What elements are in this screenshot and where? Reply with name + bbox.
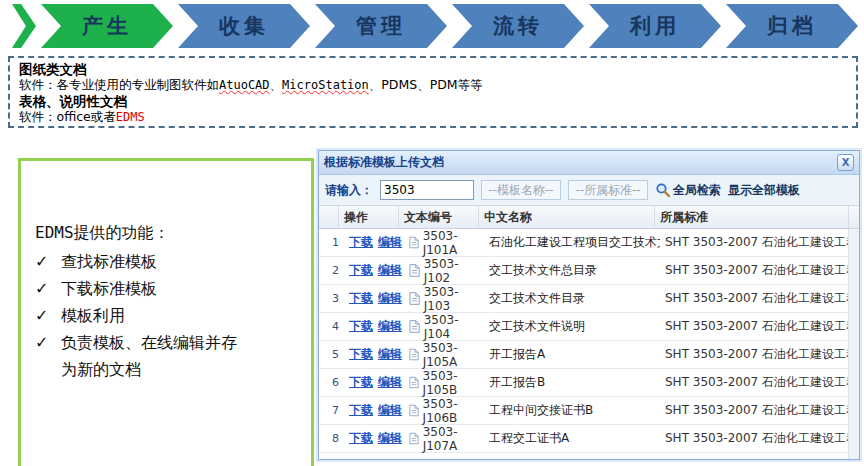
doc-chinese-name: 工程交工证书A (484, 430, 660, 447)
download-link[interactable]: 下载 (349, 290, 373, 307)
download-link[interactable]: 下载 (349, 234, 373, 251)
check-icon: ✓ (35, 302, 61, 329)
document-icon (409, 348, 419, 361)
item-text: 模板利用 (61, 302, 125, 329)
table-row: 2下载编辑3503-J102交工技术文件总目录SHT 3503-2007 石油化… (319, 257, 848, 285)
document-types-box: 图纸类文档 软件：各专业使用的专业制图软件如AtuoCAD、MicroStati… (8, 56, 858, 128)
document-icon (409, 404, 419, 417)
row-actions: 下载编辑 (344, 234, 404, 251)
drawings-software-line: 软件：各专业使用的专业制图软件如AtuoCAD、MicroStation、PDM… (19, 77, 847, 93)
software-name-microstation: MicroStation (282, 78, 369, 92)
standard-filter-dropdown[interactable]: --所属标准-- (568, 180, 648, 200)
table-rows: 1下载编辑3503-J101A石油化工建设工程项目交工技术文件封面ASHT 35… (319, 229, 848, 459)
doc-code-cell: 3503-J106B (404, 397, 484, 425)
doc-standard: SHT 3503-2007 石油化工建设工程项目交工... (660, 234, 848, 251)
scrollbar-track[interactable] (848, 229, 859, 459)
download-link[interactable]: 下载 (349, 346, 373, 363)
table-row: 1下载编辑3503-J101A石油化工建设工程项目交工技术文件封面ASHT 35… (319, 229, 848, 257)
doc-chinese-name: 开工报告B (484, 374, 660, 391)
process-step-manage: 管理 (315, 4, 447, 48)
edit-link[interactable]: 编辑 (378, 290, 402, 307)
table-row: 5下载编辑3503-J105A开工报告ASHT 3503-2007 石油化工建设… (319, 341, 848, 369)
download-link[interactable]: 下载 (349, 402, 373, 419)
check-icon: ✓ (35, 275, 61, 302)
header-chinese-name: 中文名称 (479, 206, 655, 228)
doc-standard: SHT 3503-2007 石油化工建设工程项目交工... (660, 346, 848, 363)
window-titlebar: 根据标准模板上传文档 X (319, 151, 859, 175)
table-row: 4下载编辑3503-J104交工技术文件说明SHT 3503-2007 石油化工… (319, 313, 848, 341)
doc-chinese-name: 开工报告A (484, 346, 660, 363)
edit-link[interactable]: 编辑 (378, 318, 402, 335)
search-input[interactable] (380, 180, 474, 200)
doc-chinese-name: 交工技术文件目录 (484, 290, 660, 307)
search-toolbar: 请输入： --模板名称-- --所属标准-- 全局检索 显示全部模板 (319, 175, 859, 206)
list-item: ✓模板利用 (35, 302, 311, 329)
software-name-autocad: AtuoCAD (219, 78, 270, 92)
header-rownum (319, 206, 339, 228)
doc-code-cell: 3503-J105B (404, 369, 484, 397)
edit-link[interactable]: 编辑 (378, 430, 402, 447)
header-scroll-spacer (849, 206, 859, 228)
drawings-heading: 图纸类文档 (19, 61, 847, 77)
process-flow: 产生 收集 管理 流转 利用 归档 (12, 4, 858, 48)
software-name-edms: EDMS (116, 110, 145, 124)
doc-code: 3503-J107A (423, 425, 484, 453)
list-item: ✓下载标准模板 (35, 275, 311, 302)
doc-code-cell: 3503-J104 (404, 313, 484, 341)
edms-features-box: EDMS提供的功能： ✓查找标准模板 ✓下载标准模板 ✓模板利用 ✓负责模板、在… (18, 158, 314, 466)
show-all-templates-button[interactable]: 显示全部模板 (728, 182, 800, 199)
process-step-circulate: 流转 (452, 4, 584, 48)
header-doc-code: 文本编号 (399, 206, 479, 228)
header-operation: 操作 (339, 206, 399, 228)
global-search-button[interactable]: 全局检索 (655, 182, 721, 199)
edit-link[interactable]: 编辑 (378, 346, 402, 363)
doc-code: 3503-J104 (424, 313, 484, 341)
template-name-filter-dropdown[interactable]: --模板名称-- (481, 180, 561, 200)
row-number: 8 (319, 432, 344, 445)
doc-standard: SHT 3503-2007 石油化工建设工程项目交工... (660, 318, 848, 335)
item-text: 负责模板、在线编辑并存 为新的文档 (61, 329, 237, 383)
edit-link[interactable]: 编辑 (378, 234, 402, 251)
doc-code: 3503-J102 (424, 257, 484, 285)
edit-link[interactable]: 编辑 (378, 374, 402, 391)
doc-code-cell: 3503-J105A (404, 341, 484, 369)
download-link[interactable]: 下载 (349, 262, 373, 279)
row-actions: 下载编辑 (344, 346, 404, 363)
template-upload-window: 根据标准模板上传文档 X 请输入： --模板名称-- --所属标准-- 全局检索… (318, 150, 860, 460)
global-search-label: 全局检索 (673, 182, 721, 199)
header-standard: 所属标准 (655, 206, 849, 228)
edit-link[interactable]: 编辑 (378, 262, 402, 279)
row-actions: 下载编辑 (344, 318, 404, 335)
list-item: ✓查找标准模板 (35, 248, 311, 275)
download-link[interactable]: 下载 (349, 430, 373, 447)
doc-standard: SHT 3503-2007 石油化工建设工程项目交工... (660, 262, 848, 279)
separator: 、 (270, 77, 283, 92)
table-row: 8下载编辑3503-J107A工程交工证书ASHT 3503-2007 石油化工… (319, 425, 848, 453)
step-label: 收集 (219, 12, 269, 40)
doc-standard: SHT 3503-2007 石油化工建设工程项目交工... (660, 374, 848, 391)
step-label: 归档 (767, 12, 817, 40)
edit-link[interactable]: 编辑 (378, 402, 402, 419)
document-icon (409, 376, 419, 389)
search-icon (655, 182, 671, 198)
doc-code: 3503-J105A (423, 341, 484, 369)
process-step-archive: 归档 (726, 4, 858, 48)
process-step-produce: 产生 (41, 4, 173, 48)
table-row: 3下载编辑3503-J103交工技术文件目录SHT 3503-2007 石油化工… (319, 285, 848, 313)
doc-code: 3503-J103 (424, 285, 484, 313)
doc-chinese-name: 工程中间交接证书B (484, 402, 660, 419)
step-label: 利用 (630, 12, 680, 40)
doc-chinese-name: 交工技术文件总目录 (484, 262, 660, 279)
doc-standard: SHT 3503-2007 石油化工建设工程项目交工... (660, 290, 848, 307)
lead-chevron-shape (12, 4, 36, 48)
step-label: 管理 (356, 12, 406, 40)
download-link[interactable]: 下载 (349, 318, 373, 335)
row-actions: 下载编辑 (344, 430, 404, 447)
document-icon (409, 320, 420, 333)
download-link[interactable]: 下载 (349, 374, 373, 391)
doc-code: 3503-J105B (423, 369, 484, 397)
close-icon[interactable]: X (837, 154, 854, 171)
document-icon (409, 264, 420, 277)
doc-code-cell: 3503-J103 (404, 285, 484, 313)
check-icon: ✓ (35, 329, 61, 383)
